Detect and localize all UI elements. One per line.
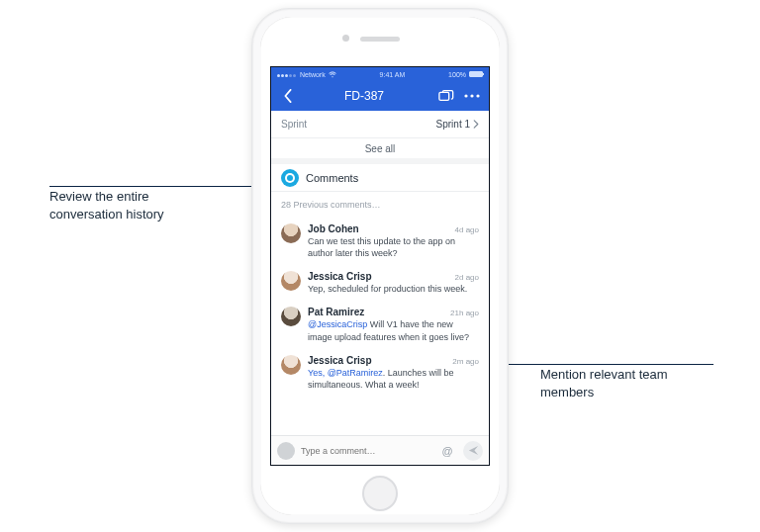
callout-line-right [482,364,713,365]
navbar: FD-387 [271,81,489,111]
battery-percent: 100% [448,71,466,78]
chevron-right-icon [473,120,479,129]
comment-author: Jessica Crisp [308,355,372,366]
previous-comments-link[interactable]: 28 Previous comments… [271,192,489,218]
phone-speaker [360,37,400,42]
comment-input-bar: @ [271,435,489,465]
field-label: Sprint [281,119,307,130]
page-title: FD-387 [297,89,431,103]
avatar[interactable] [281,223,301,243]
mention[interactable]: Yes, @PatRamirez [308,368,383,378]
comment-time: 2m ago [452,357,479,366]
avatar[interactable] [281,355,301,375]
previous-comments-label: 28 Previous comments… [281,200,381,210]
comment-text: Yes, @PatRamirez. Launches will be simul… [308,367,479,391]
comments-title: Comments [306,172,358,184]
screen: Network 9:41 AM 100% FD-387 [270,66,490,466]
avatar[interactable] [281,307,301,326]
battery-icon [469,71,483,77]
status-time: 9:41 AM [380,71,406,78]
comment-author: Pat Ramirez [308,307,364,317]
comment-author: Job Cohen [308,223,359,234]
phone-camera [342,35,349,42]
comment-item: Pat Ramirez 21h ago @JessicaCrisp Will V… [271,301,489,348]
comment-author: Jessica Crisp [308,271,372,282]
comment-text: Yep, scheduled for production this week. [308,283,479,295]
svg-point-3 [476,94,479,97]
send-button[interactable] [463,441,483,461]
wifi-icon [329,71,336,78]
see-all-button[interactable]: See all [271,138,489,164]
field-value: Sprint 1 [436,119,470,130]
comment-item: Jessica Crisp 2m ago Yes, @PatRamirez. L… [271,349,489,397]
callout-line-left [49,186,277,187]
comments-header: Comments [271,164,489,192]
more-icon[interactable] [463,87,481,105]
window-icon[interactable] [437,87,455,105]
carrier-label: Network [300,71,326,78]
svg-point-2 [470,94,473,97]
mention-button[interactable]: @ [437,441,457,461]
avatar[interactable] [281,271,301,291]
svg-point-1 [464,94,467,97]
comment-list: Job Cohen 4d ago Can we test this update… [271,218,489,435]
comment-text: @JessicaCrisp Will V1 have the new image… [308,318,479,342]
comments-icon [281,169,299,187]
annotation-right: Mention relevant team members [540,366,709,400]
current-user-avatar [277,442,295,460]
comment-item: Jessica Crisp 2d ago Yep, scheduled for … [271,265,489,301]
back-button[interactable] [279,87,297,105]
signal-icon [277,71,297,78]
status-bar: Network 9:41 AM 100% [271,67,489,81]
field-row-sprint[interactable]: Sprint Sprint 1 [271,111,489,138]
comment-text: Can we test this update to the app on au… [308,235,479,259]
mention[interactable]: @JessicaCrisp [308,319,367,329]
see-all-label: See all [365,143,396,154]
phone-frame: Network 9:41 AM 100% FD-387 [251,8,509,524]
comment-time: 2d ago [455,273,479,282]
comment-time: 21h ago [450,309,479,317]
svg-rect-0 [439,92,449,100]
comment-item: Job Cohen 4d ago Can we test this update… [271,218,489,265]
home-button[interactable] [362,476,398,511]
comment-input[interactable] [301,446,431,456]
send-icon [468,445,479,456]
comment-time: 4d ago [455,225,479,234]
annotation-left: Review the entire conversation history [49,188,218,222]
